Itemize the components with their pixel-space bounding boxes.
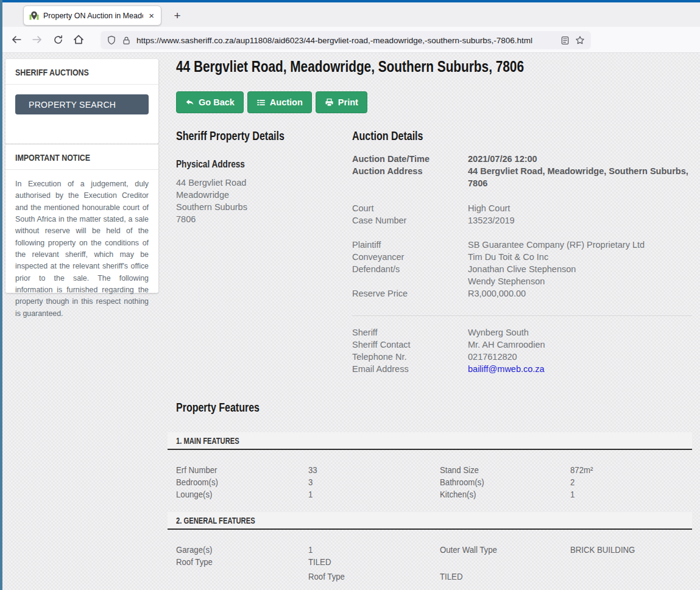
email-link[interactable]: bailiff@mweb.co.za: [468, 363, 692, 375]
feature-value: 1: [308, 488, 440, 500]
feature-label: [440, 556, 570, 568]
window-frame-top: [0, 0, 700, 2]
detail-row: Defendant/sJonathan Clive Stephenson: [352, 263, 692, 275]
detail-row: Telephone Nr.0217612820: [352, 351, 692, 363]
property-search-button[interactable]: PROPERTY SEARCH: [15, 94, 149, 114]
print-button[interactable]: Print: [316, 91, 367, 113]
address-line: Meadowridge: [176, 189, 352, 201]
feature-value: [570, 571, 692, 583]
feature-label: Stand Size: [440, 464, 570, 476]
important-notice-text: In Execution of a judgement, duly author…: [5, 170, 158, 331]
url-text[interactable]: https://www.sasheriff.co.za/aup11808/aid…: [136, 36, 555, 45]
url-bar[interactable]: https://www.sasheriff.co.za/aup11808/aid…: [101, 31, 591, 49]
feature-value: 1: [308, 544, 440, 556]
important-notice-title: IMPORTANT NOTICE: [5, 144, 158, 170]
important-notice-card: IMPORTANT NOTICE In Execution of a judge…: [5, 144, 158, 293]
reply-arrow-icon: [185, 98, 194, 107]
feature-value: BRICK BUILDING: [570, 544, 692, 556]
main-content: 44 Bergvliet Road, Meadowridge, Southern…: [168, 53, 692, 583]
detail-row: Reserve PriceR3,000,000.00: [352, 287, 692, 300]
sheriff-auctions-card: SHERIFF AUCTIONS PROPERTY SEARCH: [5, 59, 158, 144]
auction-detail-group: Auction Date/Time2021/07/26 12:00 Auctio…: [352, 153, 692, 189]
main-features-bar: 1. MAIN FEATURES: [168, 432, 692, 450]
reader-view-icon[interactable]: [560, 36, 570, 45]
shield-icon[interactable]: [107, 35, 116, 45]
page-title: 44 Bergvliet Road, Meadowridge, Southern…: [176, 57, 692, 76]
page-content: SHERIFF AUCTIONS PROPERTY SEARCH IMPORTA…: [0, 53, 700, 590]
feature-value: 872m²: [570, 464, 692, 476]
feature-label: Erf Number: [176, 464, 308, 476]
feature-label: TILED: [440, 571, 570, 583]
close-icon[interactable]: ×: [147, 11, 155, 20]
new-tab-button[interactable]: +: [169, 8, 185, 24]
window-frame-left: [0, 0, 2, 590]
detail-row: ConveyancerTim Du Toit & Co Inc: [352, 251, 692, 263]
general-features-bar: 2. GENERAL FEATURES: [168, 512, 692, 530]
feature-label: Bedroom(s): [176, 476, 308, 488]
feature-value: Roof Type: [308, 571, 440, 583]
auction-details: Auction Details Auction Date/Time2021/07…: [352, 129, 692, 375]
auction-detail-group: SheriffWynberg South Sheriff ContactMr. …: [352, 326, 692, 375]
auction-button[interactable]: Auction: [247, 91, 312, 113]
sheriff-property-details: Sheriff Property Details Physical Addres…: [176, 129, 352, 375]
main-features-table: Erf Number 33 Stand Size 872m² Bedroom(s…: [176, 464, 692, 500]
detail-row: Auction Address44 Bergvliet Road, Meadow…: [352, 165, 692, 189]
detail-row: Sheriff ContactMr. AH Camroodien: [352, 339, 692, 351]
feature-label: Bathroom(s): [440, 476, 570, 488]
star-icon[interactable]: [575, 35, 585, 45]
back-arrow-icon[interactable]: [6, 30, 27, 49]
auction-detail-group: PlaintiffSB Guarantee Company (RF) Propr…: [352, 239, 692, 300]
detail-row: Wendy Stephenson: [352, 275, 692, 287]
map-pin-icon: [29, 11, 39, 21]
sheriff-auctions-title: SHERIFF AUCTIONS: [5, 59, 158, 85]
refresh-icon[interactable]: [48, 30, 68, 49]
detail-row: Email Addressbailiff@mweb.co.za: [352, 363, 692, 375]
address-line: Southern Suburbs: [176, 201, 352, 213]
feature-value: 33: [308, 464, 440, 476]
detail-row: CourtHigh Court: [352, 202, 692, 214]
feature-value: [570, 556, 692, 568]
general-features-table: Garage(s) 1 Outer Wall Type BRICK BUILDI…: [176, 544, 692, 583]
go-back-button[interactable]: Go Back: [176, 91, 244, 113]
forward-arrow-icon[interactable]: [27, 30, 48, 49]
feature-label: Outer Wall Type: [440, 544, 570, 556]
physical-address-heading: Physical Address: [176, 158, 352, 170]
address-line: 44 Bergvliet Road: [176, 177, 352, 189]
feature-value: TILED: [308, 556, 440, 568]
property-features-heading: Property Features: [176, 401, 692, 415]
tab-title: Property ON Auction in Meado: [43, 12, 143, 20]
feature-value: 2: [570, 476, 692, 488]
detail-row: Auction Date/Time2021/07/26 12:00: [352, 153, 692, 165]
feature-label: Lounge(s): [176, 488, 308, 500]
detail-row: Case Number13523/2019: [352, 214, 692, 227]
detail-row: SheriffWynberg South: [352, 326, 692, 339]
property-details-heading: Sheriff Property Details: [176, 129, 352, 143]
feature-label: [176, 571, 308, 583]
browser-tab[interactable]: Property ON Auction in Meado ×: [23, 5, 161, 26]
navigation-toolbar: https://www.sasheriff.co.za/aup11808/aid…: [0, 27, 700, 53]
divider: [352, 315, 692, 316]
home-icon[interactable]: [68, 30, 89, 49]
detail-row: PlaintiffSB Guarantee Company (RF) Propr…: [352, 239, 692, 251]
auction-detail-group: CourtHigh Court Case Number13523/2019: [352, 202, 692, 227]
feature-label: Garage(s): [176, 544, 308, 556]
list-icon: [256, 98, 266, 107]
tab-bar: Property ON Auction in Meado × +: [0, 2, 700, 27]
printer-icon: [325, 98, 334, 107]
action-buttons: Go Back Auction Print: [176, 91, 692, 113]
feature-value: 1: [570, 488, 692, 500]
feature-label: Kitchen(s): [440, 488, 570, 500]
address-line: 7806: [176, 213, 352, 225]
feature-value: 3: [308, 476, 440, 488]
lock-icon[interactable]: [122, 36, 131, 45]
auction-details-heading: Auction Details: [352, 129, 692, 143]
feature-label: Roof Type: [176, 556, 308, 568]
